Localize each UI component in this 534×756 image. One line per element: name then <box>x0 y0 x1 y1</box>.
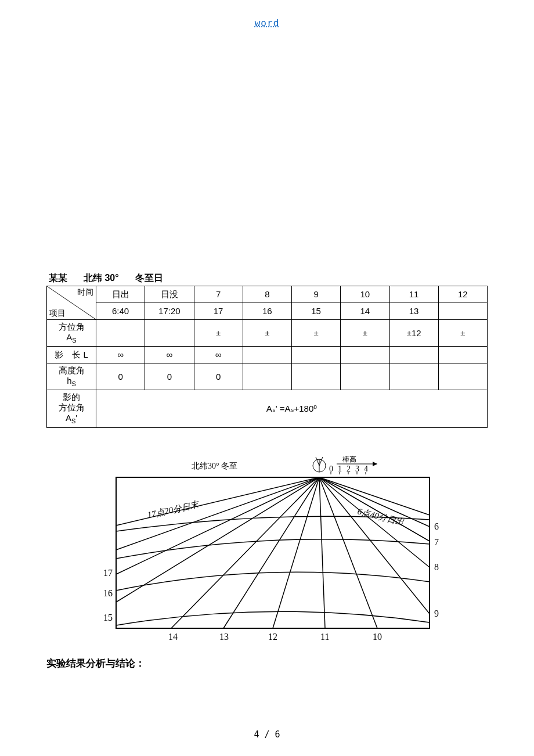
cell: ± <box>438 320 487 347</box>
cell: 0 <box>96 363 145 390</box>
header-link[interactable]: word <box>46 17 488 28</box>
cell <box>438 347 487 363</box>
svg-text:13: 13 <box>219 632 229 642</box>
row-label: 高度角 hS <box>47 363 96 390</box>
svg-text:14: 14 <box>168 632 178 642</box>
svg-text:1: 1 <box>338 465 342 473</box>
svg-line-6 <box>319 457 323 466</box>
col-sub: 13 <box>389 303 438 320</box>
svg-line-26 <box>319 477 377 628</box>
svg-line-18 <box>116 477 319 525</box>
cell: ± <box>243 320 291 347</box>
svg-line-27 <box>319 477 430 614</box>
svg-text:0: 0 <box>329 465 333 473</box>
svg-text:2: 2 <box>347 465 351 473</box>
svg-line-5 <box>316 457 319 466</box>
col-head: 日出 <box>96 286 145 303</box>
conclusion-heading: 实验结果分析与结论： <box>46 657 488 670</box>
cell: 0 <box>145 363 194 390</box>
svg-line-25 <box>319 477 325 628</box>
formula-cell: Aₛ' =Aₛ+180⁰ <box>96 390 488 427</box>
svg-text:8: 8 <box>434 562 439 572</box>
col-sub: 15 <box>292 303 341 320</box>
cell: 0 <box>194 363 243 390</box>
diag-bottom-left: 项目 <box>49 308 66 318</box>
shadow-diagram: 北纬30° 冬至 棒高 0 1 2 3 4 <box>81 451 453 643</box>
cell: ∞ <box>194 347 243 363</box>
col-head: 9 <box>292 286 341 303</box>
col-head: 日没 <box>145 286 194 303</box>
col-head: 12 <box>438 286 487 303</box>
col-sub: 16 <box>243 303 291 320</box>
title-day: 冬至日 <box>135 272 163 285</box>
svg-text:7: 7 <box>434 537 439 547</box>
svg-text:15: 15 <box>103 613 113 622</box>
col-head: 8 <box>243 286 291 303</box>
row-label: 影的 方位角 AS' <box>47 390 96 427</box>
svg-text:3: 3 <box>355 465 359 473</box>
cell <box>292 363 341 390</box>
diagram-title: 北纬30° 冬至 <box>192 462 237 470</box>
cell: ±12 <box>389 320 438 347</box>
table-title: 某某 北纬 30° 冬至日 <box>46 272 488 285</box>
hour-rays <box>116 477 430 628</box>
cell <box>389 347 438 363</box>
col-head: 7 <box>194 286 243 303</box>
title-place: 某某 <box>49 272 67 285</box>
cell <box>341 363 389 390</box>
row-label: 方位角 AS <box>47 320 96 347</box>
col-sub: 17:20 <box>145 303 194 320</box>
col-head: 11 <box>389 286 438 303</box>
svg-line-28 <box>319 477 430 567</box>
svg-text:9: 9 <box>434 609 439 618</box>
col-sub: 6:40 <box>96 303 145 320</box>
diag-top-right: 时间 <box>77 287 93 297</box>
svg-line-24 <box>273 477 319 628</box>
title-latitude: 北纬 30° <box>84 272 119 285</box>
cell: ± <box>194 320 243 347</box>
sunset-label: 17点20分日末 <box>146 499 200 520</box>
col-sub: 17 <box>194 303 243 320</box>
cell <box>243 347 291 363</box>
cell <box>341 347 389 363</box>
svg-text:16: 16 <box>103 588 113 598</box>
svg-text:17: 17 <box>103 568 113 578</box>
row-label: 影 长 L <box>47 347 96 363</box>
col-sub: 14 <box>341 303 389 320</box>
svg-marker-2 <box>373 462 377 466</box>
cell <box>96 320 145 347</box>
svg-line-22 <box>171 477 319 628</box>
cell <box>145 320 194 347</box>
cell <box>438 363 487 390</box>
svg-text:10: 10 <box>373 632 382 642</box>
col-sub <box>438 303 487 320</box>
svg-text:4: 4 <box>364 465 368 473</box>
cell <box>243 363 291 390</box>
cell <box>389 363 438 390</box>
svg-text:11: 11 <box>320 632 329 642</box>
svg-text:6: 6 <box>434 521 439 531</box>
page-number: 4 / 6 <box>0 729 534 740</box>
scale-label: 棒高 <box>342 455 356 463</box>
sunrise-label: 6点40分日出 <box>356 506 405 527</box>
cell: ∞ <box>96 347 145 363</box>
svg-text:12: 12 <box>268 632 277 642</box>
col-head: 10 <box>341 286 389 303</box>
cell: ∞ <box>145 347 194 363</box>
cell: ± <box>292 320 341 347</box>
scale-ticks: 0 1 2 3 4 <box>329 465 368 474</box>
cell <box>292 347 341 363</box>
cell: ± <box>341 320 389 347</box>
data-table: 时间 项目 日出 日没 7 8 9 10 11 12 6:40 17:20 17… <box>46 286 488 428</box>
